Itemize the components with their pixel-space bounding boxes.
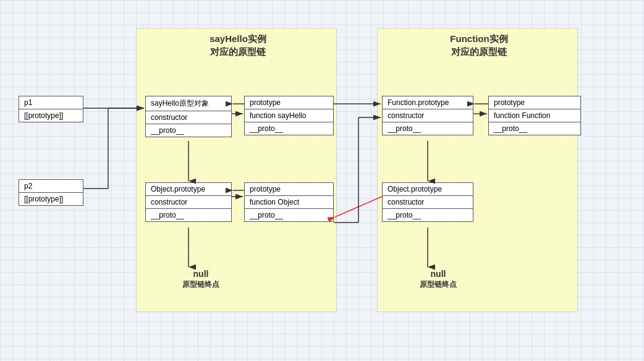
object-proto-left-title: Object.prototype	[146, 183, 231, 196]
prototype-sayhello-box: prototype function sayHello __proto__	[244, 96, 334, 135]
object-proto-right-title: Object.prototype	[383, 183, 473, 196]
p2-label: p2	[19, 180, 83, 193]
object-proto-left-proto: __proto__	[146, 209, 231, 221]
p2-prototype: [[prototype]]	[19, 193, 83, 205]
null-right: null原型链终点	[392, 269, 484, 290]
p2-box: p2 [[prototype]]	[19, 179, 83, 206]
prototype-object-prototype: prototype	[245, 183, 333, 196]
sayhello-proto-constructor: constructor	[146, 111, 231, 124]
prototype-object-proto: __proto__	[245, 209, 333, 221]
prototype-sayhello-prototype: prototype	[245, 96, 333, 109]
object-proto-left-box: Object.prototype constructor __proto__	[145, 182, 232, 222]
object-proto-right-box: Object.prototype constructor __proto__	[382, 182, 473, 222]
svg-line-19	[335, 197, 382, 217]
right-section-title: Function实例 对应的原型链	[392, 32, 566, 58]
object-proto-right-constructor: constructor	[383, 196, 473, 209]
prototype-object-box: prototype function Object __proto__	[244, 182, 334, 222]
function-proto-title: Function.prototype	[383, 96, 473, 109]
sayhello-proto-proto: __proto__	[146, 124, 231, 137]
p1-label: p1	[19, 96, 83, 109]
null-left: null原型链终点	[158, 269, 244, 290]
left-section-title: sayHello实例 对应的原型链	[151, 32, 324, 58]
object-proto-right-proto: __proto__	[383, 209, 473, 221]
sayhello-proto-title: sayHello原型对象	[146, 96, 231, 111]
function-proto-constructor: constructor	[383, 109, 473, 122]
prototype-object-func: function Object	[245, 196, 333, 209]
prototype-function-func: function Function	[489, 109, 580, 122]
sayhello-proto-box: sayHello原型对象 constructor __proto__	[145, 96, 232, 137]
p1-prototype: [[prototype]]	[19, 109, 83, 122]
prototype-function-proto: __proto__	[489, 122, 580, 135]
object-proto-left-constructor: constructor	[146, 196, 231, 209]
function-proto-box: Function.prototype constructor __proto__	[382, 96, 473, 135]
prototype-sayhello-proto: __proto__	[245, 122, 333, 135]
prototype-function-box: prototype function Function __proto__	[488, 96, 581, 135]
function-proto-proto: __proto__	[383, 122, 473, 135]
prototype-function-prototype: prototype	[489, 96, 580, 109]
prototype-sayhello-func: function sayHello	[245, 109, 333, 122]
p1-box: p1 [[prototype]]	[19, 96, 83, 122]
diagram-container: sayHello实例 对应的原型链 Function实例 对应的原型链 p1 […	[0, 0, 644, 361]
